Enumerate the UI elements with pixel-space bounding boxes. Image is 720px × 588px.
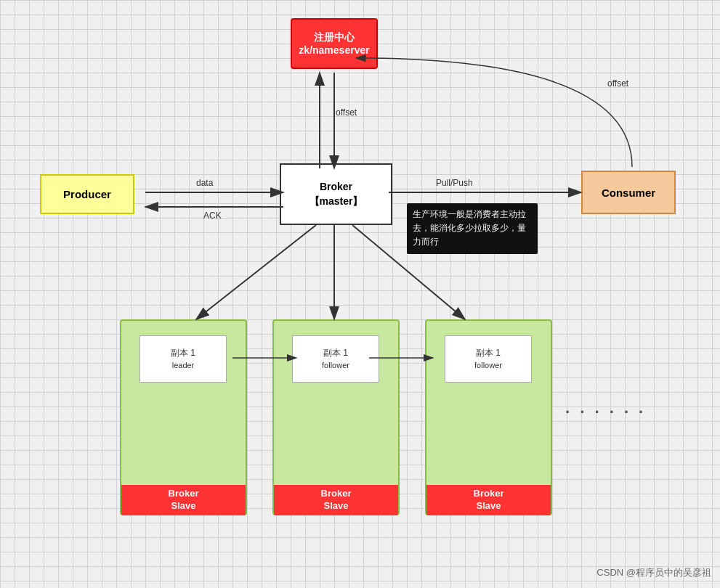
slave-container-1: 副本 1 leader Broker Slave <box>120 319 247 515</box>
comment-text: 生产环境一般是消费者主动拉去，能消化多少拉取多少，量力而行 <box>413 209 526 247</box>
label-data: data <box>196 178 213 188</box>
producer-box: Producer <box>40 174 134 214</box>
replica-1-role: leader <box>172 359 195 372</box>
slave-container-2: 副本 1 follower Broker Slave <box>272 319 400 515</box>
slave-1-line1: Broker <box>121 488 246 500</box>
replica-1-title: 副本 1 <box>171 346 195 359</box>
more-dots: · · · · · · <box>565 403 646 422</box>
slave-container-3: 副本 1 follower Broker Slave <box>425 319 552 515</box>
slave-2-line2: Slave <box>274 500 398 513</box>
slave-3-line2: Slave <box>426 500 551 513</box>
registry-label-line2: zk/nameserver <box>299 44 369 57</box>
slave-label-1: Broker Slave <box>121 485 246 515</box>
slave-2-line1: Broker <box>274 488 398 500</box>
replica-box-1: 副本 1 leader <box>139 335 227 383</box>
consumer-box: Consumer <box>581 171 676 214</box>
slave-label-2: Broker Slave <box>274 485 398 515</box>
svg-line-7 <box>196 225 316 319</box>
slave-3-line1: Broker <box>426 488 551 500</box>
producer-label: Producer <box>63 188 111 200</box>
label-offset-center: offset <box>336 107 357 118</box>
architecture-diagram: 注册中心 zk/nameserver Producer Broker 【mast… <box>0 0 720 588</box>
replica-box-2: 副本 1 follower <box>292 335 379 383</box>
replica-2-title: 副本 1 <box>323 346 348 359</box>
registry-box: 注册中心 zk/nameserver <box>291 18 378 69</box>
comment-box: 生产环境一般是消费者主动拉去，能消化多少拉取多少，量力而行 <box>407 203 538 254</box>
label-ack: ACK <box>203 211 222 221</box>
broker-master-box: Broker 【master】 <box>280 163 392 225</box>
consumer-label: Consumer <box>602 187 655 199</box>
registry-label-line1: 注册中心 <box>299 30 369 44</box>
broker-label-line1: Broker <box>310 180 363 195</box>
replica-2-role: follower <box>322 359 349 372</box>
label-offset-right: offset <box>607 78 628 89</box>
broker-label-line2: 【master】 <box>310 195 363 209</box>
slave-label-3: Broker Slave <box>426 485 551 515</box>
slave-1-line2: Slave <box>121 500 246 513</box>
replica-3-title: 副本 1 <box>476 346 501 359</box>
replica-3-role: follower <box>474 359 502 372</box>
label-pull-push: Pull/Push <box>436 178 473 188</box>
replica-box-3: 副本 1 follower <box>445 335 532 383</box>
watermark: CSDN @程序员中的吴彦祖 <box>596 566 711 579</box>
